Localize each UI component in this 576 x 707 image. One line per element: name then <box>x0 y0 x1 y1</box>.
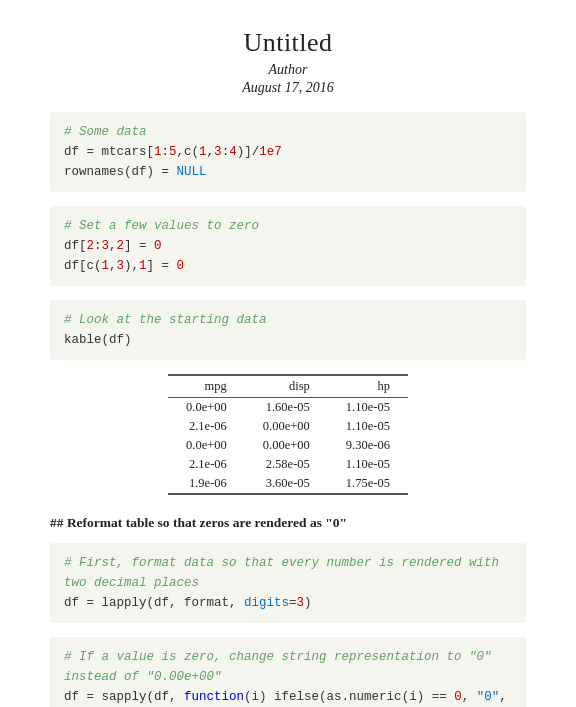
page: Untitled Author August 17, 2016 # Some d… <box>0 0 576 707</box>
table-row: 0.0e+000.00e+009.30e-06 <box>168 436 408 455</box>
table-header-disp: disp <box>245 375 328 398</box>
table-cell: 0.00e+00 <box>245 417 328 436</box>
code-comment: # If a value is zero, change string repr… <box>64 647 512 687</box>
code-block-4: # First, format data so that every numbe… <box>50 543 526 623</box>
author-label: Author <box>50 62 526 78</box>
table-header-hp: hp <box>328 375 408 398</box>
code-comment: # Look at the starting data <box>64 310 512 330</box>
table-cell: 0.0e+00 <box>168 398 245 418</box>
table-cell: 0.0e+00 <box>168 436 245 455</box>
table-cell: 1.10e-05 <box>328 455 408 474</box>
table-header-mpg: mpg <box>168 375 245 398</box>
code-line: df = sapply(df, function(i) ifelse(as.nu… <box>64 687 512 707</box>
table-cell: 3.60e-05 <box>245 474 328 494</box>
table-cell: 9.30e-06 <box>328 436 408 455</box>
code-comment: # Some data <box>64 122 512 142</box>
table-cell: 2.1e-06 <box>168 455 245 474</box>
code-line: df[c(1,3),1] = 0 <box>64 256 512 276</box>
code-block-1: # Some data df = mtcars[1:5,c(1,3:4)]/1e… <box>50 112 526 192</box>
table-cell: 1.60e-05 <box>245 398 328 418</box>
code-block-5: # If a value is zero, change string repr… <box>50 637 526 707</box>
code-block-2: # Set a few values to zero df[2:3,2] = 0… <box>50 206 526 286</box>
table-row: 2.1e-060.00e+001.10e-05 <box>168 417 408 436</box>
table-row: 2.1e-062.58e-051.10e-05 <box>168 455 408 474</box>
code-comment: # Set a few values to zero <box>64 216 512 236</box>
table-row: 0.0e+001.60e-051.10e-05 <box>168 398 408 418</box>
table-1: mpg disp hp 0.0e+001.60e-051.10e-052.1e-… <box>168 374 408 495</box>
table-cell: 2.58e-05 <box>245 455 328 474</box>
heading-text: ## Reformat table so that zeros are rend… <box>50 515 347 530</box>
table-cell: 1.9e-06 <box>168 474 245 494</box>
code-line: df = mtcars[1:5,c(1,3:4)]/1e7 <box>64 142 512 162</box>
code-block-3: # Look at the starting data kable(df) <box>50 300 526 360</box>
code-comment: # First, format data so that every numbe… <box>64 553 512 593</box>
table-cell: 2.1e-06 <box>168 417 245 436</box>
table-cell: 1.10e-05 <box>328 417 408 436</box>
code-line: rownames(df) = NULL <box>64 162 512 182</box>
date-label: August 17, 2016 <box>50 80 526 96</box>
table-cell: 1.10e-05 <box>328 398 408 418</box>
page-title: Untitled <box>50 28 526 58</box>
table-cell: 1.75e-05 <box>328 474 408 494</box>
table-1-wrap: mpg disp hp 0.0e+001.60e-051.10e-052.1e-… <box>50 374 526 495</box>
code-line: df[2:3,2] = 0 <box>64 236 512 256</box>
section-heading-1: ## Reformat table so that zeros are rend… <box>50 513 526 533</box>
table-cell: 0.00e+00 <box>245 436 328 455</box>
table-row: 1.9e-063.60e-051.75e-05 <box>168 474 408 494</box>
code-line: df = lapply(df, format, digits=3) <box>64 593 512 613</box>
code-line: kable(df) <box>64 330 512 350</box>
